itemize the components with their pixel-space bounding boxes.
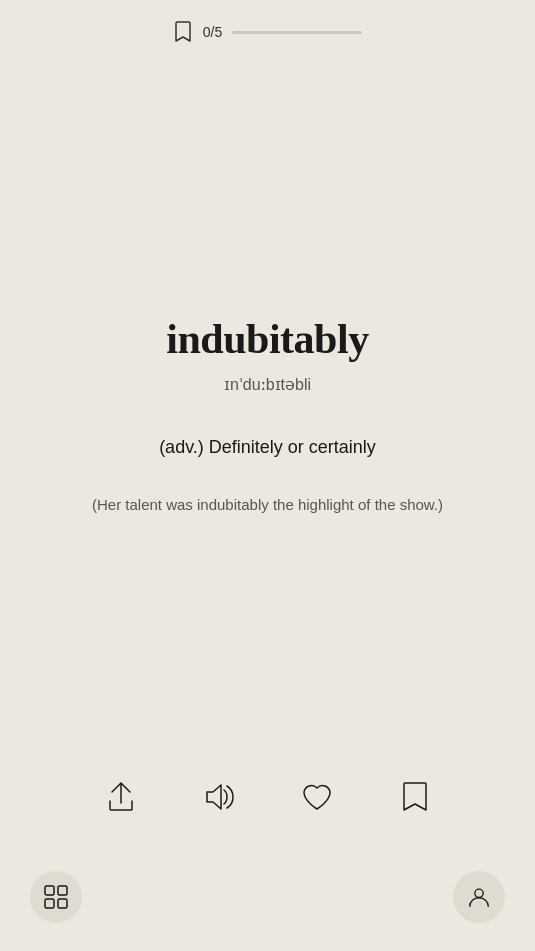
phonetic: ɪnˈduːbɪtəbli [224,375,311,394]
sound-button[interactable] [195,773,243,821]
svg-rect-1 [58,886,67,895]
svg-rect-0 [45,886,54,895]
profile-nav-button[interactable] [453,871,505,923]
svg-point-4 [475,889,483,897]
svg-rect-2 [45,899,54,908]
action-bar [0,773,535,821]
svg-rect-3 [58,899,67,908]
word-title: indubitably [166,315,368,363]
share-button[interactable] [97,773,145,821]
like-button[interactable] [293,773,341,821]
grid-nav-button[interactable] [30,871,82,923]
bookmark-button[interactable] [391,773,439,821]
definition: (adv.) Definitely or certainly [159,434,376,461]
bottom-nav [0,851,535,951]
example-sentence: (Her talent was indubitably the highligh… [92,493,443,517]
